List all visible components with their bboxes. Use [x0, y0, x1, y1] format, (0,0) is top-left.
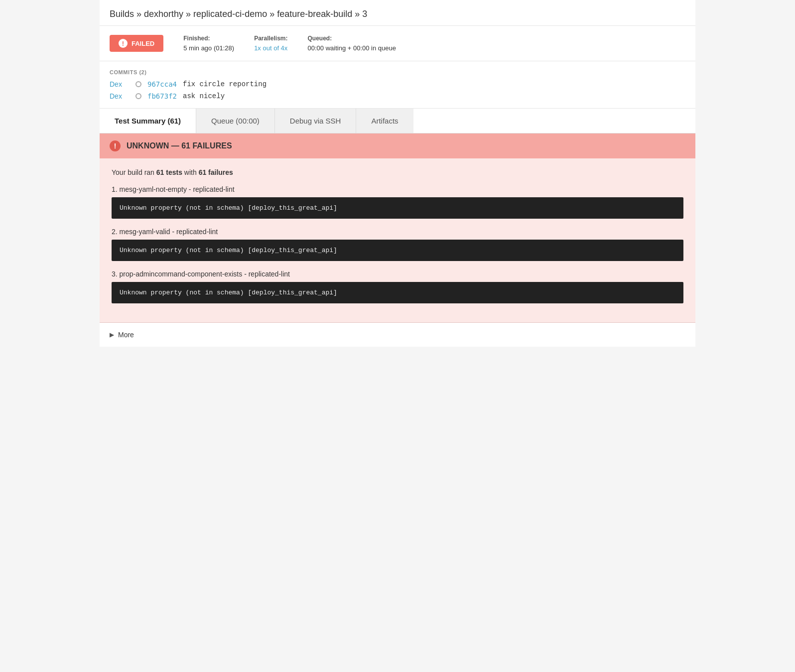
tabs-bar: Test Summary (61) Queue (00:00) Debug vi… [100, 109, 695, 134]
failed-label: FAILED [132, 40, 154, 47]
failure-item-3: 3. prop-admincommand-component-exists - … [112, 270, 683, 303]
tab-queue[interactable]: Queue (00:00) [196, 109, 275, 133]
failure-item-title-1: 1. mesg-yaml-not-empty - replicated-lint [112, 185, 683, 193]
failure-item-name-3: prop-admincommand-component-exists - rep… [120, 270, 290, 278]
failure-item-name-1: mesg-yaml-not-empty - replicated-lint [120, 185, 235, 193]
commit-hash-1[interactable]: 967cca4 [147, 80, 177, 88]
tab-debug-ssh[interactable]: Debug via SSH [275, 109, 357, 133]
parallelism-link[interactable]: 1x out of 4x [254, 44, 287, 52]
commit-row: Dex 967cca4 fix circle reporting [110, 80, 685, 88]
commit-dot-2 [135, 93, 141, 99]
commit-hash-2[interactable]: fb673f2 [147, 92, 177, 100]
failure-item-title-3: 3. prop-admincommand-component-exists - … [112, 270, 683, 278]
failure-header: ! UNKNOWN — 61 FAILURES [100, 134, 695, 158]
failed-badge: ! FAILED [110, 35, 163, 52]
more-section: ▶ More [100, 322, 695, 347]
commit-author-2[interactable]: Dex [110, 92, 130, 100]
more-toggle[interactable]: ▶ More [110, 331, 685, 339]
summary-prefix: Your build ran [112, 168, 156, 176]
breadcrumb: Builds » dexhorthy » replicated-ci-demo … [100, 0, 695, 26]
failure-item-index-2: 2. [112, 228, 120, 236]
commit-message-2: ask nicely [183, 92, 225, 100]
finished-field: Finished: 5 min ago (01:28) [183, 35, 234, 52]
failure-item-1: 1. mesg-yaml-not-empty - replicated-lint… [112, 185, 683, 219]
queued-value: 00:00 waiting + 00:00 in queue [308, 44, 396, 52]
summary-middle: with [182, 168, 199, 176]
commit-row-2: Dex fb673f2 ask nicely [110, 92, 685, 100]
parallelism-field: Parallelism: 1x out of 4x [254, 35, 287, 52]
summary-tests: 61 tests [156, 168, 182, 176]
failure-item-2: 2. mesg-yaml-valid - replicated-lint Unk… [112, 228, 683, 261]
queued-label: Queued: [308, 35, 396, 42]
failure-header-text: UNKNOWN — 61 FAILURES [127, 141, 232, 150]
failure-item-index-1: 1. [112, 185, 120, 193]
tab-test-summary[interactable]: Test Summary (61) [100, 109, 196, 133]
commits-label: COMMITS (2) [110, 69, 685, 75]
commit-dot-1 [135, 81, 141, 87]
summary-failures: 61 failures [199, 168, 233, 176]
chevron-right-icon: ▶ [110, 331, 114, 338]
failure-code-1: Unknown property (not in schema) [deploy… [112, 197, 683, 219]
failure-code-3: Unknown property (not in schema) [deploy… [112, 282, 683, 303]
queued-field: Queued: 00:00 waiting + 00:00 in queue [308, 35, 396, 52]
status-bar: ! FAILED Finished: 5 min ago (01:28) Par… [100, 26, 695, 61]
failure-summary: Your build ran 61 tests with 61 failures [112, 168, 683, 176]
commit-author-1[interactable]: Dex [110, 80, 130, 88]
parallelism-label: Parallelism: [254, 35, 287, 42]
failure-item-name-2: mesg-yaml-valid - replicated-lint [120, 228, 218, 236]
tab-artifacts[interactable]: Artifacts [356, 109, 413, 133]
commit-message-1: fix circle reporting [183, 80, 266, 88]
main-content: ! UNKNOWN — 61 FAILURES Your build ran 6… [100, 134, 695, 347]
failure-code-2: Unknown property (not in schema) [deploy… [112, 240, 683, 261]
status-meta: Finished: 5 min ago (01:28) Parallelism:… [183, 35, 396, 52]
more-label: More [118, 331, 134, 339]
finished-value: 5 min ago (01:28) [183, 44, 234, 52]
failure-body: Your build ran 61 tests with 61 failures… [100, 158, 695, 322]
failed-icon: ! [119, 39, 128, 48]
parallelism-value: 1x out of 4x [254, 44, 287, 52]
commits-section: COMMITS (2) Dex 967cca4 fix circle repor… [100, 61, 695, 109]
failure-item-index-3: 3. [112, 270, 120, 278]
finished-label: Finished: [183, 35, 234, 42]
failure-item-title-2: 2. mesg-yaml-valid - replicated-lint [112, 228, 683, 236]
failure-icon: ! [110, 140, 121, 151]
